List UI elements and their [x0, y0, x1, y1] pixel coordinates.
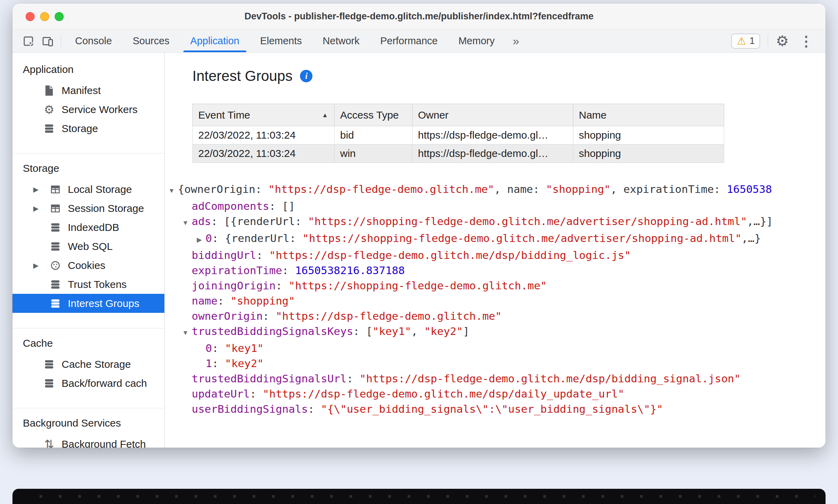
kebab-menu-icon: ⋮ — [799, 34, 813, 49]
sidebar-item-label: Manifest — [62, 85, 101, 96]
sidebar-item-manifest[interactable]: Manifest — [12, 81, 164, 100]
punctuation: : — [212, 342, 225, 354]
database-icon — [48, 240, 62, 253]
device-toolbar-icon — [42, 35, 54, 47]
devtools-window: DevTools - publisher-fledge-demo.glitch.… — [12, 3, 826, 448]
punctuation: : — [347, 372, 359, 385]
column-header-event-time[interactable]: Event Time ▲ — [193, 104, 335, 126]
property-name: biddingUrl — [192, 249, 256, 261]
more-tabs-button[interactable]: » — [505, 30, 527, 52]
zoom-button[interactable] — [55, 12, 64, 21]
punctuation: : [{renderUrl: — [211, 215, 308, 227]
punctuation: : — [308, 403, 321, 415]
tab-sources[interactable]: Sources — [122, 30, 180, 52]
tab-console[interactable]: Console — [65, 30, 122, 52]
sidebar-item-service-workers[interactable]: ⚙ Service Workers — [12, 100, 164, 119]
info-icon[interactable]: i — [300, 70, 312, 82]
sidebar-item-cache-storage[interactable]: Cache Storage — [12, 355, 164, 374]
tree-line: ▼{ownerOrigin: "https://dsp-fledge-demo.… — [165, 181, 826, 198]
sidebar-item-back-forward-cache[interactable]: Back/forward cach — [12, 374, 164, 393]
devtools-menu-button[interactable]: ⋮ — [796, 34, 816, 48]
table-row[interactable]: 22/03/2022, 11:03:24 win https://dsp-fle… — [193, 144, 724, 163]
tab-performance[interactable]: Performance — [370, 30, 448, 52]
tree-line: ▶0: {renderUrl: "https://shopping-fledge… — [165, 231, 826, 248]
expand-arrow-icon[interactable]: ▶ — [193, 232, 206, 248]
tab-memory[interactable]: Memory — [448, 30, 505, 52]
cell-access-type: win — [335, 144, 412, 163]
punctuation: ,…}] — [747, 215, 773, 227]
table-row[interactable]: 22/03/2022, 11:03:24 bid https://dsp-fle… — [193, 126, 724, 144]
warning-triangle-icon: ⚠ — [737, 36, 746, 46]
column-header-access-type[interactable]: Access Type — [335, 104, 412, 126]
settings-button[interactable]: ⚙ — [776, 34, 789, 48]
tab-elements[interactable]: Elements — [250, 30, 312, 52]
database-icon — [48, 221, 62, 234]
punctuation: : — [256, 249, 269, 261]
string-value: "https://shopping-fledge-demo.glitch.me" — [289, 279, 547, 292]
sidebar-item-session-storage[interactable]: ▶ Session Storage — [12, 199, 164, 218]
sidebar-item-indexeddb[interactable]: IndexedDB — [12, 218, 164, 237]
background-page-bar — [12, 489, 826, 504]
property-name: trustedBiddingSignalsKeys — [192, 325, 353, 337]
titlebar: DevTools - publisher-fledge-demo.glitch.… — [12, 3, 826, 30]
sidebar-item-background-fetch[interactable]: ⇅ Background Fetch — [12, 435, 164, 448]
sidebar-item-storage[interactable]: Storage — [12, 119, 164, 138]
tab-network[interactable]: Network — [312, 30, 370, 52]
property-name: adComponents — [192, 200, 269, 212]
sort-ascending-icon: ▲ — [322, 111, 328, 119]
column-header-owner[interactable]: Owner — [412, 104, 573, 126]
sidebar-item-label: Service Workers — [62, 104, 138, 115]
sidebar-section-background-services: Background Services ⇅ Background Fetch — [12, 408, 164, 448]
string-value: "shopping" — [546, 183, 611, 195]
property-name: name — [192, 295, 218, 307]
cell-name: shopping — [573, 144, 724, 163]
sidebar-item-cookies[interactable]: ▶ Cookies — [12, 256, 164, 275]
console-warnings-badge[interactable]: ⚠ 1 — [731, 34, 760, 49]
cookie-icon — [48, 259, 62, 272]
toolbar-separator — [768, 35, 768, 47]
column-header-name[interactable]: Name — [573, 104, 724, 126]
number-value: 1650538 — [727, 183, 772, 195]
column-header-label: Access Type — [340, 109, 399, 121]
minimize-button[interactable] — [40, 12, 49, 21]
string-value: "key1" — [225, 342, 264, 354]
toolbar-right-group: ⚠ 1 ⚙ ⋮ — [731, 30, 819, 52]
database-icon — [42, 122, 56, 136]
sidebar-item-label: Interest Groups — [68, 298, 139, 309]
property-name: expirationTime — [192, 264, 282, 277]
collapse-arrow-icon[interactable]: ▼ — [165, 183, 178, 198]
close-button[interactable] — [26, 12, 35, 21]
column-header-label: Event Time — [198, 109, 250, 121]
punctuation: ,…} — [741, 232, 761, 244]
column-header-label: Owner — [418, 109, 448, 121]
database-icon — [42, 376, 56, 390]
punctuation: : — [276, 279, 289, 292]
document-icon — [42, 84, 56, 97]
string-value: "{\"user_bidding_signals\":\"user_biddin… — [321, 403, 663, 415]
string-value: "https://dsp-fledge-demo.glitch.me" — [276, 310, 502, 322]
collapse-arrow-icon[interactable]: ▼ — [179, 325, 192, 340]
punctuation: : [] — [269, 200, 295, 212]
device-toolbar-button[interactable] — [38, 30, 57, 52]
tab-application[interactable]: Application — [180, 30, 250, 52]
tree-line: 0: "key1" — [165, 340, 826, 356]
string-value: "key2" — [225, 357, 264, 370]
sidebar-item-web-sql[interactable]: Web SQL — [12, 237, 164, 256]
property-name: updateUrl — [192, 388, 250, 400]
window-title: DevTools - publisher-fledge-demo.glitch.… — [244, 11, 593, 22]
expand-arrow-icon[interactable]: ▶ — [33, 261, 48, 270]
inspect-element-button[interactable] — [19, 30, 38, 52]
sidebar-item-trust-tokens[interactable]: Trust Tokens — [12, 275, 164, 294]
database-icon — [42, 357, 56, 371]
sidebar-item-local-storage[interactable]: ▶ Local Storage — [12, 180, 164, 199]
sidebar-item-label: IndexedDB — [68, 222, 119, 233]
sidebar-item-label: Session Storage — [68, 203, 144, 214]
devtools-toolbar: Console Sources Application Elements Net… — [12, 30, 826, 53]
sidebar-item-interest-groups[interactable]: Interest Groups — [12, 294, 164, 313]
tree-line: joiningOrigin: "https://shopping-fledge-… — [165, 278, 826, 293]
collapse-arrow-icon[interactable]: ▼ — [179, 215, 192, 231]
punctuation: , — [411, 325, 424, 337]
expand-arrow-icon[interactable]: ▶ — [33, 185, 48, 194]
expand-arrow-icon[interactable]: ▶ — [33, 204, 48, 213]
tree-line: expirationTime: 1650538216.837188 — [165, 263, 826, 278]
